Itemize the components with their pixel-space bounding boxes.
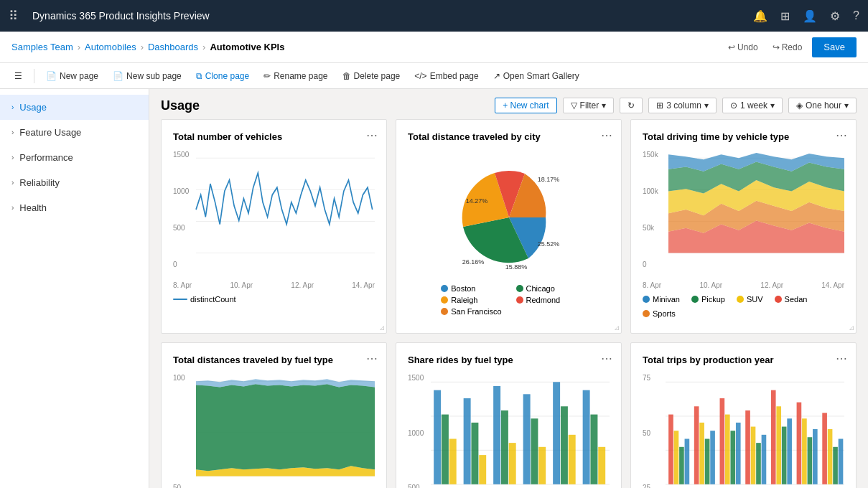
svg-rect-76 bbox=[833, 447, 838, 484]
chevron-icon-feature: › bbox=[11, 128, 14, 136]
chart1-title: Total number of vehicles bbox=[173, 131, 375, 142]
svg-rect-38 bbox=[531, 418, 538, 484]
breadcrumb-item-automobiles[interactable]: Automobiles bbox=[85, 42, 136, 52]
toolbar: ☰ 📄 New page 📄 New sub page ⧉ Clone page… bbox=[0, 63, 868, 89]
svg-rect-69 bbox=[787, 418, 792, 484]
svg-rect-67 bbox=[776, 406, 781, 484]
legend-dot-suv bbox=[737, 296, 744, 303]
sidebar-item-health[interactable]: › Health bbox=[0, 195, 149, 220]
legend-dot-sports bbox=[643, 310, 650, 317]
sidebar-item-label: Health bbox=[19, 202, 47, 213]
svg-rect-63 bbox=[751, 427, 756, 484]
app-title: Dynamics 365 Product Insights Preview bbox=[32, 10, 210, 22]
person-icon[interactable]: 👤 bbox=[803, 9, 817, 23]
legend-dot-sedan bbox=[775, 296, 782, 303]
chart3-title: Total driving time by vehicle type bbox=[643, 131, 844, 142]
interval-icon: ◈ bbox=[796, 100, 803, 111]
svg-rect-37 bbox=[523, 394, 531, 484]
svg-rect-50 bbox=[668, 415, 673, 484]
gear-icon[interactable]: ⚙ bbox=[830, 9, 840, 23]
svg-rect-45 bbox=[598, 447, 605, 484]
svg-rect-33 bbox=[479, 455, 486, 484]
svg-rect-75 bbox=[828, 429, 833, 484]
legend-dot-sf bbox=[441, 308, 448, 315]
filter-chevron: ▾ bbox=[602, 100, 606, 111]
waffle-icon[interactable]: ⠿ bbox=[9, 8, 18, 24]
clock-icon: ⊙ bbox=[730, 100, 737, 111]
chevron-icon-performance: › bbox=[11, 154, 14, 161]
filter-button[interactable]: ▽ Filter ▾ bbox=[563, 98, 615, 113]
breadcrumb-sep-3: › bbox=[202, 42, 205, 52]
svg-rect-39 bbox=[538, 447, 546, 484]
save-button[interactable]: Save bbox=[812, 37, 857, 57]
sidebar-item-label: Performance bbox=[19, 152, 73, 163]
sidebar-item-performance[interactable]: › Performance bbox=[0, 145, 149, 170]
breadcrumb: Samples Team › Automobiles › Dashboards … bbox=[11, 42, 284, 52]
new-chart-button[interactable]: + New chart bbox=[495, 98, 556, 113]
sidebar-item-reliability[interactable]: › Reliability bbox=[0, 170, 149, 195]
svg-rect-58 bbox=[720, 398, 725, 484]
breadcrumb-item-samples[interactable]: Samples Team bbox=[11, 42, 73, 52]
svg-rect-34 bbox=[493, 386, 500, 484]
svg-rect-59 bbox=[725, 415, 730, 484]
usage-header: Usage + New chart ▽ Filter ▾ ↻ ⊞ 3 colum… bbox=[149, 89, 868, 119]
rename-page-button[interactable]: ✏ Rename page bbox=[258, 68, 333, 84]
breadcrumb-actions: ↩ Undo ↪ Redo Save bbox=[724, 37, 857, 57]
svg-rect-43 bbox=[583, 390, 590, 484]
legend-dot-boston bbox=[441, 285, 448, 292]
chart6-more-button[interactable]: ⋯ bbox=[836, 352, 847, 365]
sidebar-item-feature-usage[interactable]: › Feature Usage bbox=[0, 120, 149, 145]
monitor-icon[interactable]: ⊞ bbox=[780, 9, 790, 23]
svg-rect-41 bbox=[561, 406, 568, 484]
chart3-more-button[interactable]: ⋯ bbox=[836, 128, 847, 142]
chart3-resize[interactable]: ⊿ bbox=[849, 324, 854, 332]
main-layout: › Usage › Feature Usage › Performance › … bbox=[0, 89, 868, 488]
bell-icon[interactable]: 🔔 bbox=[753, 9, 767, 23]
svg-rect-53 bbox=[685, 438, 690, 484]
chart-distance-fuel: Total distances traveled by fuel type ⋯ … bbox=[161, 342, 387, 488]
chart1-more-button[interactable]: ⋯ bbox=[366, 128, 378, 142]
delete-page-button[interactable]: 🗑 Delete page bbox=[337, 68, 406, 84]
open-smart-gallery-button[interactable]: ↗ Open Smart Gallery bbox=[487, 68, 585, 84]
breadcrumb-sep-1: › bbox=[78, 42, 80, 52]
new-sub-page-icon: 📄 bbox=[113, 71, 123, 81]
help-icon[interactable]: ? bbox=[853, 9, 859, 22]
chart2-title: Total distance traveled by city bbox=[408, 131, 610, 142]
chart5-y-labels: 1500 1000 500 bbox=[408, 374, 424, 488]
new-sub-page-button[interactable]: 📄 New sub page bbox=[107, 68, 187, 84]
chart4-more-button[interactable]: ⋯ bbox=[366, 352, 378, 365]
toolbar-divider-1 bbox=[34, 69, 34, 83]
svg-rect-74 bbox=[822, 413, 827, 484]
clone-page-button[interactable]: ⧉ Clone page bbox=[190, 68, 255, 84]
chart1-resize[interactable]: ⊿ bbox=[379, 324, 385, 332]
hamburger-button[interactable]: ☰ bbox=[9, 68, 28, 84]
refresh-button[interactable]: ↻ bbox=[620, 98, 643, 113]
gallery-icon: ↗ bbox=[493, 71, 500, 81]
svg-rect-52 bbox=[679, 447, 684, 484]
columns-button[interactable]: ⊞ 3 column ▾ bbox=[648, 98, 717, 113]
embed-page-button[interactable]: </> Embed page bbox=[409, 68, 484, 84]
time-range-button[interactable]: ⊙ 1 week ▾ bbox=[722, 98, 783, 113]
new-page-button[interactable]: 📄 New page bbox=[40, 68, 104, 84]
chart5-more-button[interactable]: ⋯ bbox=[601, 352, 612, 365]
svg-text:26.16%: 26.16% bbox=[462, 258, 484, 266]
svg-rect-77 bbox=[839, 438, 844, 484]
columns-icon: ⊞ bbox=[656, 100, 663, 111]
sidebar-item-usage[interactable]: › Usage bbox=[0, 95, 149, 120]
legend-dot-redmond bbox=[516, 296, 523, 304]
svg-rect-57 bbox=[710, 431, 715, 484]
legend-suv: SUV bbox=[737, 295, 763, 304]
svg-rect-51 bbox=[674, 431, 679, 484]
undo-button[interactable]: ↩ Undo bbox=[724, 41, 762, 54]
chart6-svg bbox=[666, 374, 844, 488]
rename-icon: ✏ bbox=[263, 71, 271, 81]
svg-rect-64 bbox=[756, 443, 761, 484]
interval-button[interactable]: ◈ One hour ▾ bbox=[788, 98, 857, 113]
chart4-y-labels: 100 50 bbox=[173, 374, 185, 488]
legend-pickup: Pickup bbox=[691, 295, 725, 304]
redo-button[interactable]: ↪ Redo bbox=[768, 41, 807, 54]
chart2-more-button[interactable]: ⋯ bbox=[601, 128, 612, 142]
chart2-resize[interactable]: ⊿ bbox=[614, 324, 620, 332]
breadcrumb-item-dashboards[interactable]: Dashboards bbox=[148, 42, 198, 52]
breadcrumb-current: Automotive KPIs bbox=[210, 42, 284, 52]
